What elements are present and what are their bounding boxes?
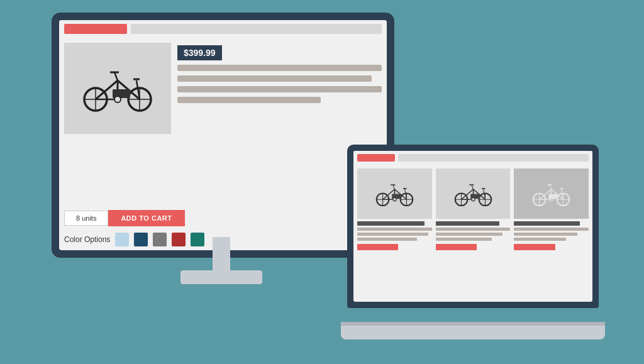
header-red-bar	[64, 24, 127, 34]
card-tan-line-3b	[514, 233, 577, 236]
laptop-product-img-1	[357, 168, 432, 219]
laptop-lid	[347, 145, 599, 308]
scene: $399.99 8 units ADD TO CART Color Option…	[39, 13, 605, 352]
card-tan-line-2a	[436, 228, 511, 231]
card-tan-line-2c	[436, 238, 492, 241]
laptop-base	[341, 326, 605, 339]
laptop-product-card-3	[514, 168, 589, 298]
monitor-neck	[213, 237, 230, 272]
laptop-bicycle-icon-2	[453, 179, 494, 207]
detail-line-3	[177, 86, 382, 92]
color-swatch-gray[interactable]	[153, 233, 167, 246]
monitor-screen: $399.99 8 units ADD TO CART Color Option…	[59, 20, 387, 250]
laptop-product-img-3	[514, 168, 589, 219]
laptop-products-grid	[353, 165, 592, 302]
actions-row: 8 units ADD TO CART	[59, 206, 387, 230]
card-dark-line-2	[436, 221, 499, 226]
card-tan-line-1b	[357, 233, 428, 236]
laptop	[341, 145, 605, 339]
color-options-label: Color Options	[64, 235, 110, 244]
detail-line-4	[177, 97, 321, 103]
laptop-bicycle-icon-3	[531, 179, 572, 207]
product-area: $399.99	[59, 38, 387, 206]
svg-line-26	[393, 185, 395, 189]
add-to-cart-button[interactable]: ADD TO CART	[108, 210, 184, 226]
laptop-bicycle-icon-1	[374, 179, 415, 207]
detail-line-2	[177, 75, 372, 82]
detail-line-1	[177, 65, 382, 71]
card-tan-line-2b	[436, 233, 503, 236]
laptop-card-lines-3	[514, 221, 589, 250]
monitor-base	[180, 270, 262, 284]
laptop-card-lines-1	[357, 221, 432, 250]
laptop-product-card-1	[357, 168, 432, 298]
color-swatch-dark-blue[interactable]	[134, 233, 148, 246]
svg-point-31	[393, 198, 396, 201]
laptop-product-img-2	[436, 168, 511, 219]
svg-point-47	[471, 198, 474, 201]
laptop-card-lines-2	[436, 221, 511, 250]
card-red-btn-3[interactable]	[514, 244, 555, 250]
card-red-btn-2[interactable]	[436, 244, 477, 250]
card-dark-line-3	[514, 221, 579, 226]
laptop-header-red	[357, 154, 395, 162]
card-tan-line-1c	[357, 238, 417, 241]
laptop-header-gray	[398, 154, 589, 162]
price-display: $399.99	[177, 45, 222, 60]
card-red-btn-1[interactable]	[357, 244, 398, 250]
monitor-header	[59, 20, 387, 38]
svg-line-58	[550, 185, 552, 189]
svg-point-15	[114, 96, 121, 102]
units-display[interactable]: 8 units	[64, 211, 108, 226]
laptop-header	[353, 151, 592, 165]
card-tan-line-1a	[357, 228, 432, 231]
card-tan-line-3c	[514, 238, 566, 241]
laptop-product-card-2	[436, 168, 511, 298]
header-gray-bar	[131, 24, 382, 34]
svg-line-42	[471, 185, 473, 189]
color-swatch-light-blue[interactable]	[115, 233, 129, 246]
product-image-box	[64, 43, 171, 134]
laptop-screen	[353, 151, 592, 302]
card-dark-line-1	[357, 221, 425, 226]
color-swatch-teal[interactable]	[191, 233, 204, 246]
card-tan-line-3a	[514, 228, 589, 231]
bicycle-icon	[80, 63, 155, 113]
color-swatch-red[interactable]	[172, 233, 186, 246]
svg-line-10	[114, 72, 118, 80]
